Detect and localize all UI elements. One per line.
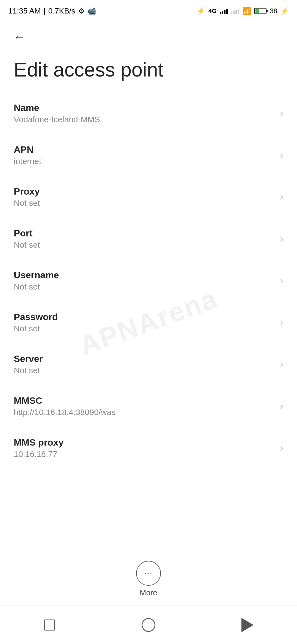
settings-item-content-name: Name Vodafone-Iceland-MMS — [14, 102, 274, 124]
chevron-icon-password: › — [280, 317, 283, 328]
signal-strength-2 — [231, 8, 239, 14]
settings-value-username: Not set — [14, 282, 274, 291]
more-button-circle: ··· — [136, 561, 161, 586]
settings-icon: ⚙ — [78, 7, 84, 15]
settings-label-server: Server — [14, 353, 274, 364]
page-title: Edit access point — [14, 58, 283, 81]
settings-label-name: Name — [14, 102, 274, 113]
charging-icon: ⚡ — [280, 7, 289, 15]
time-display: 11:35 AM — [8, 7, 41, 15]
settings-label-mmsc: MMSC — [14, 395, 274, 406]
back-arrow-icon: ← — [13, 30, 25, 44]
settings-value-proxy: Not set — [14, 198, 274, 208]
status-left: 11:35 AM | 0.7KB/s ⚙ 📹 — [8, 7, 96, 15]
chevron-icon-port: › — [280, 233, 283, 245]
status-right: ⚡ 4G 📶 38 ⚡ — [196, 7, 289, 15]
settings-value-mmsc: http://10.16.18.4:38090/was — [14, 408, 274, 417]
nav-circle-icon — [142, 618, 155, 632]
page-title-container: Edit access point — [0, 52, 297, 92]
battery-indicator — [254, 8, 266, 14]
camera-icon: 📹 — [87, 7, 96, 15]
settings-item-apn[interactable]: APN internet › — [0, 134, 297, 176]
signal-4g-icon: 4G — [208, 7, 216, 15]
settings-label-username: Username — [14, 270, 274, 280]
settings-label-apn: APN — [14, 144, 274, 155]
settings-item-content-proxy: Proxy Not set — [14, 186, 274, 208]
settings-item-content-port: Port Not set — [14, 228, 274, 250]
more-button-label: More — [140, 588, 157, 597]
settings-list: Name Vodafone-Iceland-MMS › APN internet… — [0, 92, 297, 469]
bluetooth-icon: ⚡ — [196, 7, 205, 15]
settings-label-mms-proxy: MMS proxy — [14, 437, 274, 448]
top-navigation: ← — [0, 22, 297, 52]
chevron-icon-username: › — [280, 275, 283, 286]
network-speed: 0.7KB/s — [48, 7, 75, 15]
more-button[interactable]: ··· More — [136, 561, 161, 597]
chevron-icon-mms-proxy: › — [280, 442, 283, 454]
nav-home-button[interactable] — [138, 614, 160, 636]
settings-value-port: Not set — [14, 240, 274, 250]
navigation-bar — [0, 605, 297, 644]
chevron-icon-mmsc: › — [280, 400, 283, 412]
settings-value-password: Not set — [14, 324, 274, 333]
chevron-icon-proxy: › — [280, 191, 283, 203]
settings-item-content-password: Password Not set — [14, 312, 274, 333]
more-dots-icon: ··· — [144, 569, 152, 578]
nav-triangle-icon — [241, 618, 254, 632]
chevron-icon-name: › — [280, 108, 283, 119]
signal-strength-1 — [220, 8, 228, 14]
settings-item-name[interactable]: Name Vodafone-Iceland-MMS › — [0, 92, 297, 134]
status-bar: 11:35 AM | 0.7KB/s ⚙ 📹 ⚡ 4G 📶 38 ⚡ — [0, 0, 297, 22]
back-button[interactable]: ← — [11, 29, 28, 45]
settings-item-server[interactable]: Server Not set › — [0, 343, 297, 385]
settings-value-server: Not set — [14, 366, 274, 375]
settings-item-proxy[interactable]: Proxy Not set › — [0, 176, 297, 218]
settings-item-port[interactable]: Port Not set › — [0, 218, 297, 260]
nav-square-icon — [44, 620, 55, 631]
settings-item-content-username: Username Not set — [14, 270, 274, 291]
settings-item-content-server: Server Not set — [14, 353, 274, 375]
wifi-icon: 📶 — [242, 7, 251, 15]
settings-value-apn: internet — [14, 157, 274, 166]
settings-item-password[interactable]: Password Not set › — [0, 302, 297, 343]
nav-back-button[interactable] — [237, 614, 258, 636]
settings-item-content-mms-proxy: MMS proxy 10.16.18.77 — [14, 437, 274, 459]
settings-item-username[interactable]: Username Not set › — [0, 260, 297, 302]
settings-item-content-mmsc: MMSC http://10.16.18.4:38090/was — [14, 395, 274, 417]
settings-label-password: Password — [14, 312, 274, 322]
chevron-icon-apn: › — [280, 149, 283, 161]
settings-item-mms-proxy[interactable]: MMS proxy 10.16.18.77 › — [0, 427, 297, 469]
chevron-icon-server: › — [280, 359, 283, 370]
settings-label-port: Port — [14, 228, 274, 239]
settings-label-proxy: Proxy — [14, 186, 274, 197]
settings-value-mms-proxy: 10.16.18.77 — [14, 449, 274, 459]
settings-item-content-apn: APN internet — [14, 144, 274, 166]
nav-recents-button[interactable] — [38, 614, 61, 636]
separator: | — [43, 7, 45, 15]
settings-item-mmsc[interactable]: MMSC http://10.16.18.4:38090/was › — [0, 385, 297, 427]
battery-percent: 38 — [270, 7, 277, 15]
settings-value-name: Vodafone-Iceland-MMS — [14, 115, 274, 124]
